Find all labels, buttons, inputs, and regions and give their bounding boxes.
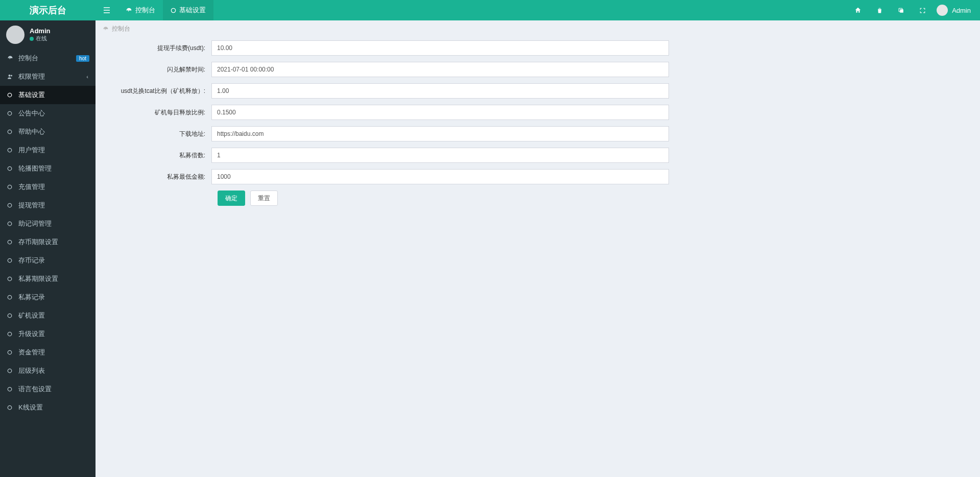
form-input[interactable] xyxy=(211,83,669,99)
circle-icon xyxy=(7,92,14,98)
svg-point-4 xyxy=(11,75,12,77)
reset-button[interactable]: 重置 xyxy=(250,190,278,206)
circle-icon xyxy=(7,221,14,226)
svg-point-0 xyxy=(171,8,175,12)
form-row: 私募最低金额: xyxy=(103,169,973,184)
dashboard-icon xyxy=(7,55,14,61)
tab-label: 基础设置 xyxy=(179,6,206,15)
avatar xyxy=(937,5,948,16)
sidebar-item[interactable]: 充值管理 xyxy=(0,178,95,196)
online-dot-icon xyxy=(30,37,34,41)
circle-icon xyxy=(7,331,14,337)
circle-icon xyxy=(7,184,14,189)
svg-point-3 xyxy=(9,75,11,77)
topbar: 演示后台 控制台 基础设置 xyxy=(0,0,980,20)
sidebar-item[interactable]: 基础设置 xyxy=(0,86,95,104)
sidebar-item[interactable]: 控制台hot xyxy=(0,49,95,67)
sidebar-item-label: 语言包设置 xyxy=(18,385,52,394)
svg-point-10 xyxy=(8,185,12,189)
status-text: 在线 xyxy=(36,35,47,42)
dashboard-icon xyxy=(103,26,109,32)
sidebar-item[interactable]: 用户管理 xyxy=(0,141,95,159)
form-input[interactable] xyxy=(211,169,669,184)
sidebar-item[interactable]: 矿机设置 xyxy=(0,306,95,325)
circle-icon xyxy=(7,350,14,355)
tab-console[interactable]: 控制台 xyxy=(118,0,163,20)
form-label: 私募倍数: xyxy=(103,151,211,160)
sidebar-item-label: 私募期限设置 xyxy=(18,274,58,283)
sidebar-item[interactable]: 私募记录 xyxy=(0,288,95,306)
fullscreen-icon[interactable] xyxy=(915,3,929,17)
sidebar-item[interactable]: K线设置 xyxy=(0,398,95,417)
top-user-menu[interactable]: Admin xyxy=(937,5,971,16)
form-actions: 确定 重置 xyxy=(103,190,973,206)
svg-point-17 xyxy=(8,314,12,318)
trash-icon[interactable] xyxy=(872,3,887,17)
sidebar-user-status: 在线 xyxy=(30,35,50,42)
sidebar-item[interactable]: 层级列表 xyxy=(0,362,95,380)
circle-icon xyxy=(171,8,176,13)
settings-form: 提现手续费(usdt):闪兑解禁时间:usdt兑换tcat比例（矿机释放）:矿机… xyxy=(95,36,980,221)
copy-icon[interactable] xyxy=(894,3,908,17)
sidebar-item[interactable]: 提现管理 xyxy=(0,196,95,214)
home-icon[interactable] xyxy=(851,3,865,17)
sidebar-item[interactable]: 升级设置 xyxy=(0,325,95,343)
top-user-name: Admin xyxy=(952,7,971,14)
circle-icon xyxy=(7,313,14,318)
sidebar-item[interactable]: 助记词管理 xyxy=(0,214,95,233)
form-label: 私募最低金额: xyxy=(103,173,211,181)
svg-point-13 xyxy=(8,240,12,244)
layout: Admin 在线 控制台hot权限管理‹基础设置公告中心帮助中心用户管理轮播图管… xyxy=(0,0,980,477)
form-row: 矿机每日释放比例: xyxy=(103,105,973,120)
circle-icon xyxy=(7,387,14,392)
menu-icon xyxy=(103,7,110,13)
svg-point-14 xyxy=(8,258,12,263)
svg-point-12 xyxy=(8,222,12,226)
chevron-left-icon: ‹ xyxy=(86,74,88,80)
sidebar-item[interactable]: 私募期限设置 xyxy=(0,270,95,288)
sidebar-item-label: 矿机设置 xyxy=(18,311,45,320)
circle-icon xyxy=(7,129,14,134)
sidebar-toggle[interactable] xyxy=(95,0,118,20)
form-row: 提现手续费(usdt): xyxy=(103,40,973,56)
sidebar-item[interactable]: 轮播图管理 xyxy=(0,159,95,178)
sidebar-item-label: 存币期限设置 xyxy=(18,237,58,247)
sidebar-user-panel: Admin 在线 xyxy=(0,20,95,49)
form-label: 矿机每日释放比例: xyxy=(103,108,211,117)
sidebar-item-label: 提现管理 xyxy=(18,201,45,210)
svg-point-15 xyxy=(8,277,12,281)
form-input[interactable] xyxy=(211,105,669,120)
sidebar-item[interactable]: 公告中心 xyxy=(0,104,95,123)
sidebar-item[interactable]: 资金管理 xyxy=(0,343,95,362)
users-icon xyxy=(7,74,14,80)
dashboard-icon xyxy=(126,7,132,14)
sidebar-item-label: 用户管理 xyxy=(18,146,45,155)
form-label: 下载地址: xyxy=(103,130,211,138)
svg-rect-1 xyxy=(900,9,903,12)
sidebar-item[interactable]: 语言包设置 xyxy=(0,380,95,398)
sidebar-item-label: 存币记录 xyxy=(18,256,45,265)
circle-icon xyxy=(7,111,14,116)
sidebar-item[interactable]: 存币期限设置 xyxy=(0,233,95,251)
svg-point-11 xyxy=(8,203,12,207)
form-input[interactable] xyxy=(211,126,669,141)
avatar xyxy=(6,26,25,44)
svg-point-19 xyxy=(8,350,12,354)
form-label: 闪兑解禁时间: xyxy=(103,65,211,74)
circle-icon xyxy=(7,405,14,410)
topbar-right: Admin xyxy=(851,0,980,20)
sidebar-item-label: 私募记录 xyxy=(18,293,45,302)
form-input[interactable] xyxy=(211,40,669,56)
form-input[interactable] xyxy=(211,148,669,163)
sidebar-item[interactable]: 权限管理‹ xyxy=(0,67,95,86)
circle-icon xyxy=(7,240,14,245)
sidebar-item[interactable]: 帮助中心 xyxy=(0,123,95,141)
breadcrumb-text: 控制台 xyxy=(112,25,130,33)
breadcrumb: 控制台 xyxy=(95,20,980,36)
sidebar-item-label: 升级设置 xyxy=(18,329,45,339)
submit-button[interactable]: 确定 xyxy=(218,190,245,206)
sidebar-item-label: 资金管理 xyxy=(18,348,45,357)
tab-basic-settings[interactable]: 基础设置 xyxy=(163,0,213,20)
sidebar-item[interactable]: 存币记录 xyxy=(0,251,95,270)
form-input[interactable] xyxy=(211,62,669,77)
